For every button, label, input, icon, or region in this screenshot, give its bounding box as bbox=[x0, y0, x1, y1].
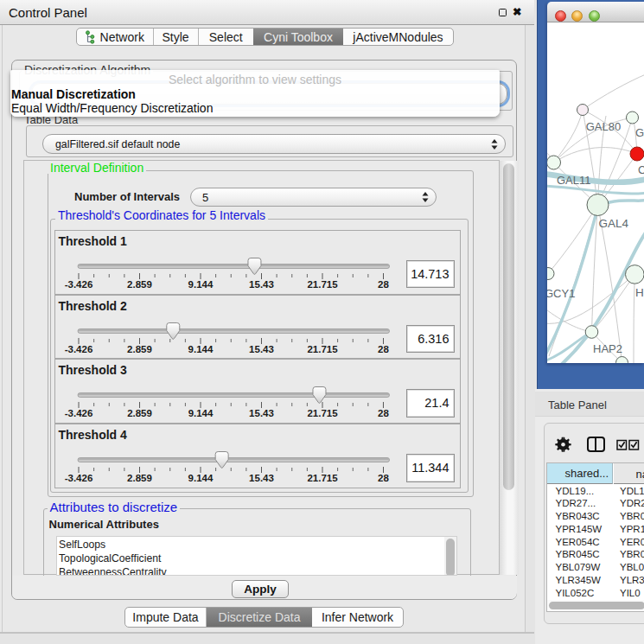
svg-text:-3.426: -3.426 bbox=[65, 279, 93, 290]
svg-text:28: 28 bbox=[378, 279, 389, 290]
svg-text:GCY1: GCY1 bbox=[547, 287, 575, 300]
svg-text:-3.426: -3.426 bbox=[65, 408, 93, 418]
svg-text:-3.426: -3.426 bbox=[65, 343, 93, 354]
svg-text:21.715: 21.715 bbox=[307, 343, 338, 354]
svg-text:28: 28 bbox=[378, 473, 389, 483]
svg-text:15.43: 15.43 bbox=[249, 343, 274, 354]
svg-text:9.144: 9.144 bbox=[188, 279, 214, 290]
svg-text:15.43: 15.43 bbox=[249, 279, 274, 290]
svg-text:21.715: 21.715 bbox=[307, 473, 338, 483]
svg-text:GAL80: GAL80 bbox=[586, 120, 621, 133]
svg-text:28: 28 bbox=[378, 343, 389, 354]
svg-text:9.144: 9.144 bbox=[188, 343, 214, 354]
svg-text:2.859: 2.859 bbox=[127, 408, 152, 418]
svg-text:C: C bbox=[638, 163, 644, 176]
svg-text:9.144: 9.144 bbox=[188, 473, 214, 483]
svg-text:2.859: 2.859 bbox=[127, 343, 152, 354]
svg-text:-3.426: -3.426 bbox=[65, 473, 93, 483]
svg-text:HAP2: HAP2 bbox=[593, 342, 622, 355]
svg-text:21.715: 21.715 bbox=[307, 408, 338, 418]
svg-text:2.859: 2.859 bbox=[127, 473, 152, 483]
svg-text:GAL4: GAL4 bbox=[599, 217, 629, 230]
svg-text:15.43: 15.43 bbox=[249, 473, 274, 483]
svg-text:28: 28 bbox=[378, 408, 389, 418]
svg-text:H: H bbox=[635, 286, 644, 299]
svg-text:21.715: 21.715 bbox=[307, 279, 338, 290]
svg-text:15.43: 15.43 bbox=[249, 408, 274, 418]
svg-text:GA: GA bbox=[635, 126, 644, 139]
svg-text:GAL11: GAL11 bbox=[557, 174, 591, 187]
svg-text:2.859: 2.859 bbox=[127, 279, 152, 290]
svg-text:9.144: 9.144 bbox=[188, 408, 214, 418]
